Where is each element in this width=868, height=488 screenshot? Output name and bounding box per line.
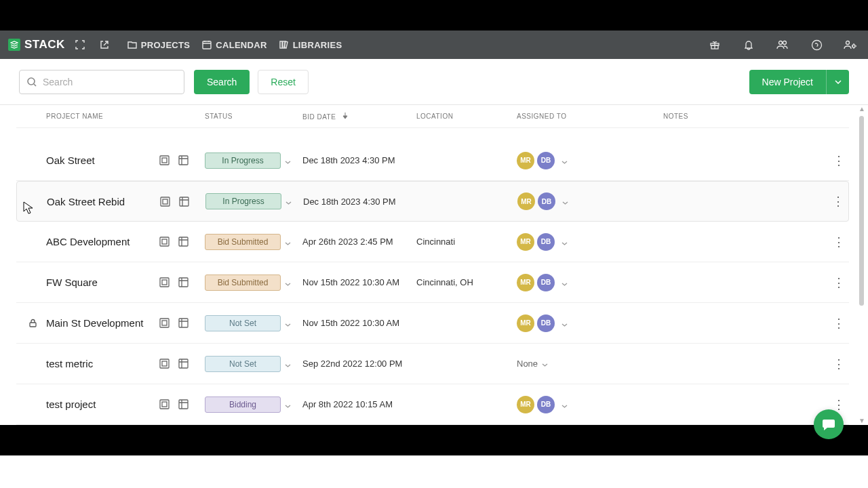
status-dropdown[interactable] (285, 236, 291, 248)
bell-icon[interactable] (739, 35, 758, 54)
fullscreen-icon[interactable] (71, 35, 90, 54)
table-row[interactable]: Oak StreetIn ProgressDec 18th 2023 4:30 … (16, 140, 849, 181)
scroll-up-icon[interactable]: ▲ (859, 105, 865, 113)
project-name[interactable]: Main St Development (46, 317, 157, 329)
layout-icon[interactable] (176, 154, 190, 167)
project-name[interactable]: test project (46, 399, 157, 410)
row-menu[interactable]: ⋮ (829, 275, 849, 290)
col-status[interactable]: STATUS (205, 113, 302, 120)
scrollbar[interactable]: ▲ ▼ (859, 105, 865, 425)
status-dropdown[interactable] (285, 317, 291, 329)
status-dropdown[interactable] (285, 358, 291, 370)
users-icon[interactable] (773, 35, 792, 54)
assigned-dropdown[interactable] (561, 399, 568, 411)
nav-projects[interactable]: PROJECTS (127, 40, 190, 50)
settings-users-icon[interactable] (841, 35, 860, 54)
project-name[interactable]: FW Square (46, 277, 157, 288)
status-badge[interactable]: Not Set (205, 315, 281, 331)
new-project-button[interactable]: New Project (749, 70, 826, 94)
row-menu[interactable]: ⋮ (829, 316, 849, 331)
assigned-dropdown[interactable] (562, 195, 568, 207)
svg-rect-21 (162, 280, 167, 285)
project-name[interactable]: test metric (46, 358, 157, 369)
gift-icon[interactable] (705, 35, 724, 54)
takeoff-icon[interactable] (157, 398, 171, 411)
svg-rect-14 (161, 197, 170, 206)
layout-icon[interactable] (176, 398, 190, 411)
avatar: MR (517, 192, 535, 210)
help-icon[interactable] (807, 35, 826, 54)
layout-icon[interactable] (176, 235, 190, 249)
status-dropdown[interactable] (285, 399, 291, 411)
layout-icon[interactable] (176, 317, 190, 330)
search-input[interactable] (43, 77, 177, 87)
avatar: MR (517, 396, 534, 413)
takeoff-icon[interactable] (157, 276, 171, 289)
project-name[interactable]: Oak Street Rebid (47, 196, 158, 207)
table-row[interactable]: test projectBiddingApr 8th 2022 10:15 AM… (16, 384, 849, 425)
table-header: PROJECT NAME STATUS BID DATE LOCATION AS… (16, 105, 849, 128)
scroll-down-icon[interactable]: ▼ (859, 417, 865, 425)
location: Cincinnati, OH (416, 277, 517, 287)
takeoff-icon[interactable] (157, 154, 171, 167)
status-badge[interactable]: Bidding (205, 396, 281, 413)
table-row[interactable]: Main St DevelopmentNot SetNov 15th 2022 … (16, 303, 849, 344)
layout-icon[interactable] (176, 276, 190, 289)
project-name[interactable]: Oak Street (46, 155, 157, 166)
col-location[interactable]: LOCATION (416, 113, 517, 120)
reset-button[interactable]: Reset (258, 70, 309, 94)
bid-date: Nov 15th 2022 10:30 AM (302, 277, 416, 287)
svg-rect-27 (160, 359, 169, 368)
takeoff-icon[interactable] (158, 195, 172, 208)
status-badge[interactable]: Bid Submitted (205, 234, 281, 250)
layout-icon[interactable] (176, 357, 190, 371)
col-notes[interactable]: NOTES (663, 113, 849, 120)
row-menu[interactable]: ⋮ (829, 235, 849, 249)
new-project-dropdown[interactable] (826, 70, 849, 94)
avatar: MR (517, 233, 534, 251)
status-dropdown[interactable] (285, 277, 291, 289)
search-field[interactable] (19, 70, 184, 94)
svg-point-5 (779, 41, 783, 45)
external-link-icon[interactable] (95, 35, 114, 54)
nav-calendar[interactable]: CALENDAR (202, 40, 267, 50)
chat-fab[interactable] (814, 409, 844, 439)
svg-rect-1 (280, 41, 282, 48)
status-badge[interactable]: In Progress (205, 152, 281, 169)
assigned-none[interactable]: None (517, 359, 548, 369)
row-menu[interactable]: ⋮ (829, 153, 849, 168)
row-menu[interactable]: ⋮ (829, 357, 849, 371)
project-name[interactable]: ABC Development (46, 236, 157, 247)
svg-rect-20 (160, 278, 169, 287)
search-button[interactable]: Search (194, 70, 250, 94)
col-assigned[interactable]: ASSIGNED TO (517, 113, 663, 120)
svg-rect-18 (162, 239, 167, 244)
assigned-dropdown[interactable] (561, 236, 568, 248)
layout-icon[interactable] (177, 195, 191, 208)
col-project-name[interactable]: PROJECT NAME (46, 113, 205, 120)
status-badge[interactable]: In Progress (205, 193, 281, 209)
takeoff-icon[interactable] (157, 235, 171, 249)
assigned-dropdown[interactable] (561, 317, 568, 329)
status-badge[interactable]: Bid Submitted (205, 274, 281, 291)
takeoff-icon[interactable] (157, 317, 171, 330)
svg-rect-31 (162, 402, 167, 407)
nav-libraries[interactable]: LIBRARIES (279, 40, 342, 50)
letterbox-bottom (0, 425, 868, 455)
table-row[interactable]: FW SquareBid SubmittedNov 15th 2022 10:3… (16, 262, 849, 303)
row-menu[interactable]: ⋮ (828, 194, 848, 209)
table-row[interactable]: ABC DevelopmentBid SubmittedApr 26th 202… (16, 222, 849, 262)
table-row[interactable]: test metricNot SetSep 22nd 2022 12:00 PM… (16, 344, 849, 384)
project-table: PROJECT NAME STATUS BID DATE LOCATION AS… (0, 105, 868, 425)
assigned-dropdown[interactable] (561, 277, 568, 289)
col-bid-date[interactable]: BID DATE (302, 113, 416, 121)
brand-logo[interactable]: STACK (8, 38, 65, 52)
assigned-cell: MRDB (517, 396, 663, 413)
status-badge[interactable]: Not Set (205, 356, 281, 372)
status-dropdown[interactable] (285, 195, 292, 207)
table-row[interactable]: Oak Street RebidIn ProgressDec 18th 2023… (16, 181, 849, 222)
status-dropdown[interactable] (285, 155, 291, 167)
takeoff-icon[interactable] (157, 357, 171, 371)
scroll-thumb[interactable] (859, 116, 864, 306)
assigned-dropdown[interactable] (561, 155, 568, 167)
